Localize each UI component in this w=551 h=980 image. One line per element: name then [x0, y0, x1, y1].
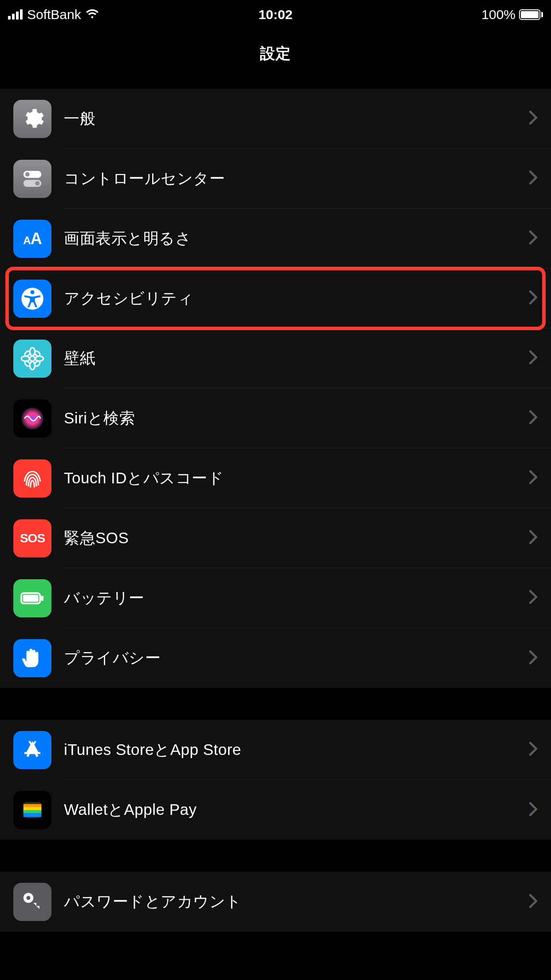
svg-point-9 — [21, 356, 29, 361]
settings-row-touchid[interactable]: Touch IDとパスコード — [0, 448, 551, 508]
row-label: プライバシー — [64, 648, 529, 668]
row-label: Touch IDとパスコード — [64, 468, 529, 489]
fingerprint-icon — [13, 459, 51, 498]
svg-rect-17 — [23, 595, 39, 601]
svg-point-6 — [30, 356, 35, 361]
gear-icon — [13, 100, 51, 138]
settings-row-itunes[interactable]: iTunes StoreとApp Store — [0, 720, 551, 780]
battery-icon — [519, 9, 543, 20]
row-label: iTunes StoreとApp Store — [64, 739, 529, 760]
svg-point-5 — [31, 290, 35, 294]
row-label: Siriと検索 — [64, 408, 529, 429]
carrier-label: SoftBank — [27, 7, 81, 22]
chevron-right-icon — [529, 410, 538, 427]
page-title: 設定 — [260, 43, 291, 64]
svg-point-14 — [34, 360, 41, 367]
chevron-right-icon — [529, 650, 538, 667]
svg-point-12 — [34, 350, 41, 357]
settings-row-accessibility[interactable]: アクセシビリティ — [0, 269, 551, 328]
row-label: パスワードとアカウント — [64, 891, 529, 912]
aa-icon: AA — [13, 220, 51, 258]
settings-row-sos[interactable]: SOS緊急SOS — [0, 508, 551, 568]
chevron-right-icon — [529, 170, 538, 187]
siri-icon — [13, 399, 51, 438]
chevron-right-icon — [529, 470, 538, 486]
chevron-right-icon — [529, 741, 538, 758]
key-icon — [13, 883, 51, 921]
chevron-right-icon — [529, 589, 538, 606]
row-label: コントロールセンター — [64, 168, 529, 189]
settings-row-display[interactable]: AA画面表示と明るさ — [0, 209, 551, 269]
hand-icon — [13, 639, 51, 677]
svg-point-1 — [25, 172, 30, 176]
chevron-right-icon — [529, 530, 538, 546]
row-label: 画面表示と明るさ — [64, 228, 529, 249]
svg-point-8 — [30, 361, 35, 369]
chevron-right-icon — [529, 802, 538, 818]
row-label: アクセシビリティ — [64, 288, 529, 309]
settings-row-general[interactable]: 一般 — [0, 89, 551, 149]
settings-section: パスワードとアカウント — [0, 872, 551, 932]
svg-point-13 — [24, 360, 31, 367]
svg-point-25 — [27, 896, 31, 900]
signal-icon — [8, 10, 23, 20]
chevron-right-icon — [529, 350, 538, 367]
row-label: WalletとApple Pay — [64, 799, 529, 820]
settings-row-wallpaper[interactable]: 壁紙 — [0, 328, 551, 388]
nav-bar: 設定 — [0, 29, 551, 78]
appstore-icon — [13, 731, 51, 769]
wallet-icon — [13, 791, 51, 829]
settings-section: 一般コントロールセンターAA画面表示と明るさアクセシビリティ壁紙Siriと検索T… — [0, 89, 551, 688]
row-label: 緊急SOS — [64, 528, 529, 549]
chevron-right-icon — [529, 110, 538, 127]
chevron-right-icon — [529, 230, 538, 247]
svg-point-10 — [35, 356, 43, 361]
status-bar: SoftBank 10:02 100% — [0, 0, 551, 29]
settings-row-privacy[interactable]: プライバシー — [0, 628, 551, 688]
settings-section: iTunes StoreとApp StoreWalletとApple Pay — [0, 720, 551, 840]
accessibility-icon — [13, 280, 51, 318]
row-label: 壁紙 — [64, 348, 529, 369]
settings-row-control-center[interactable]: コントロールセンター — [0, 149, 551, 209]
flower-icon — [13, 340, 51, 378]
clock: 10:02 — [259, 7, 293, 22]
settings-row-siri[interactable]: Siriと検索 — [0, 388, 551, 448]
svg-rect-18 — [41, 596, 43, 601]
battery-icon — [13, 579, 51, 617]
chevron-right-icon — [529, 893, 538, 910]
sos-icon: SOS — [13, 519, 51, 557]
settings-row-passwords[interactable]: パスワードとアカウント — [0, 872, 551, 932]
row-label: バッテリー — [64, 588, 529, 609]
svg-point-7 — [30, 348, 35, 356]
wifi-icon — [86, 7, 99, 22]
switches-icon — [13, 160, 51, 198]
svg-rect-23 — [24, 813, 42, 817]
settings-row-wallet[interactable]: WalletとApple Pay — [0, 780, 551, 840]
settings-row-battery[interactable]: バッテリー — [0, 568, 551, 628]
row-label: 一般 — [64, 108, 529, 129]
svg-point-11 — [24, 350, 31, 357]
battery-percentage: 100% — [481, 7, 516, 22]
chevron-right-icon — [529, 290, 538, 307]
svg-point-3 — [35, 181, 39, 186]
